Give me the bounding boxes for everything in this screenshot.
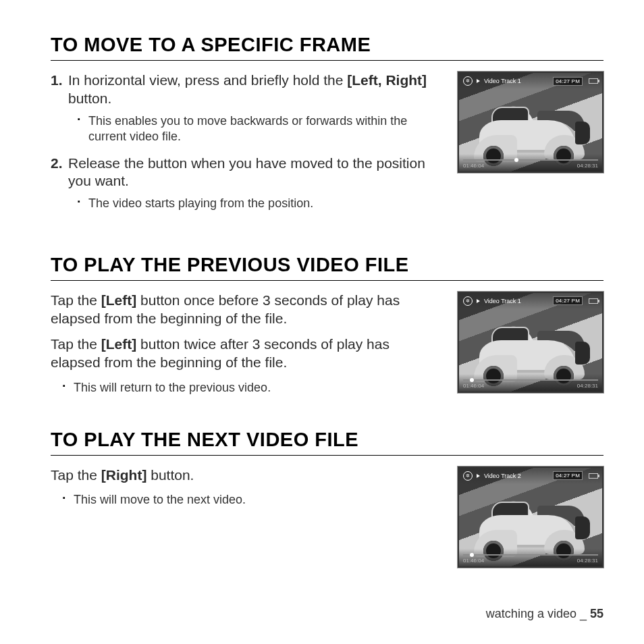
progress-bar	[463, 159, 598, 161]
page-number: 55	[590, 607, 603, 620]
clock-label: 04:27 PM	[553, 77, 583, 86]
screenshot-1: ✲ Video Track 1 04:27 PM 01:46:04 04:28:…	[458, 72, 603, 173]
screenshot-3: ✲ Video Track 2 04:27 PM 01:46:04 04:28:…	[458, 466, 603, 568]
track-label: Video Track 2	[484, 473, 521, 479]
reel-icon: ✲	[463, 76, 473, 86]
sub-list: The video starts playing from the positi…	[51, 196, 441, 211]
bullet-list: This will move to the next video.	[51, 492, 441, 508]
elapsed-time: 01:46:04	[463, 558, 484, 564]
bullet-list: This will return to the previous video.	[51, 380, 441, 396]
track-label: Video Track 1	[484, 298, 521, 304]
screenshot-2: ✲ Video Track 1 04:27 PM 01:46:04 04:28:…	[458, 292, 603, 393]
step-number: 1.	[51, 72, 68, 108]
total-time: 04:28:31	[577, 383, 598, 389]
play-icon	[477, 474, 480, 478]
track-label: Video Track 1	[484, 78, 521, 84]
step-text: Release the button when you have moved t…	[68, 155, 441, 191]
total-time: 04:28:31	[577, 163, 598, 169]
page-footer: watching a video _ 55	[486, 607, 603, 621]
paragraph: Tap the [Right] button.	[51, 466, 441, 485]
section-heading: TO MOVE TO A SPECIFIC FRAME	[51, 34, 603, 61]
elapsed-time: 01:46:04	[463, 383, 484, 389]
progress-bar	[463, 554, 598, 556]
play-icon	[477, 79, 480, 83]
paragraph: Tap the [Left] button once before 3 seco…	[51, 292, 441, 328]
step-2: 2. Release the button when you have move…	[51, 155, 441, 191]
section-move-frame: TO MOVE TO A SPECIFIC FRAME 1. In horizo…	[51, 34, 603, 221]
sub-item: This enables you to move backwards or fo…	[78, 113, 441, 145]
step-text: In horizontal view, press and briefly ho…	[68, 72, 441, 108]
sub-item: The video starts playing from the positi…	[78, 196, 441, 211]
paragraph: Tap the [Left] button twice after 3 seco…	[51, 336, 441, 372]
step-1: 1. In horizontal view, press and briefly…	[51, 72, 441, 108]
battery-icon	[589, 473, 598, 479]
progress-dot	[470, 378, 474, 382]
clock-label: 04:27 PM	[553, 296, 583, 305]
clock-label: 04:27 PM	[553, 471, 583, 480]
text-column: Tap the [Left] button once before 3 seco…	[51, 292, 441, 396]
play-icon	[477, 299, 480, 303]
section-heading: TO PLAY THE PREVIOUS VIDEO FILE	[51, 254, 603, 281]
text-column: 1. In horizontal view, press and briefly…	[51, 72, 441, 221]
reel-icon: ✲	[463, 471, 473, 481]
text-column: Tap the [Right] button. This will move t…	[51, 466, 441, 508]
battery-icon	[589, 298, 598, 304]
section-next-file: TO PLAY THE NEXT VIDEO FILE Tap the [Rig…	[51, 429, 603, 568]
section-heading: TO PLAY THE NEXT VIDEO FILE	[51, 429, 603, 456]
sub-list: This enables you to move backwards or fo…	[51, 113, 441, 145]
elapsed-time: 01:46:04	[463, 163, 484, 169]
reel-icon: ✲	[463, 296, 473, 306]
step-number: 2.	[51, 155, 68, 191]
footer-label: watching a video _	[486, 607, 590, 620]
section-prev-file: TO PLAY THE PREVIOUS VIDEO FILE Tap the …	[51, 254, 603, 396]
total-time: 04:28:31	[577, 558, 598, 564]
battery-icon	[589, 78, 598, 84]
progress-dot	[470, 553, 474, 557]
progress-dot	[514, 158, 518, 162]
bullet-item: This will move to the next video.	[63, 492, 441, 508]
bullet-item: This will return to the previous video.	[63, 380, 441, 396]
progress-bar	[463, 379, 598, 381]
